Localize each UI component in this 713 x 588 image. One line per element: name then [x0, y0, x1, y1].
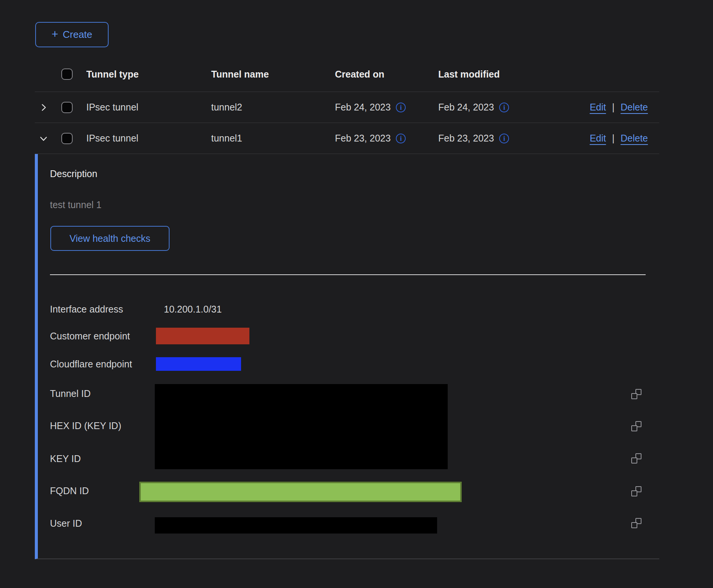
header-checkbox-cell	[61, 68, 86, 80]
info-icon[interactable]	[499, 134, 509, 143]
key-id-label: KEY ID	[50, 453, 81, 464]
copy-icon[interactable]	[631, 518, 641, 528]
user-id-label: User ID	[50, 518, 82, 529]
header-tunnel-name: Tunnel name	[211, 69, 335, 80]
cloudflare-endpoint-label: Cloudflare endpoint	[50, 359, 132, 370]
interface-address-value: 10.200.1.0/31	[164, 304, 222, 315]
description-label: Description	[50, 168, 97, 179]
tunnels-table: Tunnel type Tunnel name Created on Last …	[35, 57, 659, 559]
action-separator: |	[612, 133, 615, 144]
delete-link[interactable]: Delete	[621, 102, 648, 113]
interface-address-label: Interface address	[50, 304, 123, 315]
created-on-value: Feb 23, 2023	[335, 133, 391, 144]
customer-endpoint-redacted-value	[156, 328, 249, 344]
edit-link[interactable]: Edit	[590, 102, 606, 113]
customer-endpoint-label: Customer endpoint	[50, 331, 130, 342]
header-last-modified: Last modified	[438, 69, 541, 80]
copy-icon[interactable]	[631, 421, 641, 431]
tunnels-page: + Create Tunnel type Tunnel name Created…	[0, 0, 713, 588]
copy-icon-front-square	[631, 457, 637, 464]
info-icon[interactable]	[396, 103, 406, 112]
tunnel-id-label: Tunnel ID	[50, 388, 90, 399]
row-checkbox[interactable]	[61, 133, 73, 144]
delete-link[interactable]: Delete	[621, 133, 648, 144]
hex-id-label: HEX ID (KEY ID)	[50, 420, 121, 431]
header-tunnel-type: Tunnel type	[86, 69, 211, 80]
tunnel-type-cell: IPsec tunnel	[86, 133, 211, 144]
section-divider	[50, 274, 646, 275]
tunnel-name-cell: tunnel1	[211, 133, 335, 144]
fqdn-id-redacted-value	[139, 482, 462, 502]
ids-redacted-value	[155, 384, 448, 469]
copy-icon-front-square	[631, 522, 637, 528]
chevron-right-icon[interactable]	[39, 103, 48, 112]
last-modified-value: Feb 24, 2023	[438, 102, 494, 113]
copy-icon[interactable]	[631, 453, 641, 464]
action-separator: |	[612, 102, 615, 113]
tunnel-type-cell: IPsec tunnel	[86, 102, 211, 113]
select-all-checkbox[interactable]	[61, 68, 73, 80]
tunnel-name-cell: tunnel2	[211, 102, 335, 113]
last-modified-value: Feb 23, 2023	[438, 133, 494, 144]
create-button-label: Create	[63, 29, 92, 40]
header-created-on: Created on	[335, 69, 438, 80]
copy-icon[interactable]	[631, 486, 641, 496]
chevron-down-icon[interactable]	[39, 134, 48, 143]
created-on-value: Feb 24, 2023	[335, 102, 391, 113]
plus-icon: +	[51, 28, 58, 40]
info-icon[interactable]	[396, 134, 406, 143]
create-button[interactable]: + Create	[35, 22, 109, 47]
fqdn-id-label: FQDN ID	[50, 485, 89, 496]
copy-icon[interactable]	[631, 389, 641, 399]
row-checkbox[interactable]	[61, 102, 73, 113]
table-header-row: Tunnel type Tunnel name Created on Last …	[35, 57, 659, 92]
description-value: test tunnel 1	[50, 199, 101, 210]
user-id-redacted-value	[155, 517, 437, 534]
info-icon[interactable]	[499, 103, 509, 112]
cloudflare-endpoint-redacted-value	[156, 357, 241, 371]
copy-icon-front-square	[631, 393, 637, 399]
tunnel-detail-panel: Description test tunnel 1 View health ch…	[35, 154, 659, 559]
copy-icon-front-square	[631, 425, 637, 431]
table-row: IPsec tunnel tunnel2 Feb 24, 2023 Feb 24…	[35, 92, 659, 123]
table-row: IPsec tunnel tunnel1 Feb 23, 2023 Feb 23…	[35, 123, 659, 154]
edit-link[interactable]: Edit	[590, 133, 606, 144]
copy-icon-front-square	[631, 490, 637, 496]
view-health-checks-button[interactable]: View health checks	[50, 226, 170, 251]
